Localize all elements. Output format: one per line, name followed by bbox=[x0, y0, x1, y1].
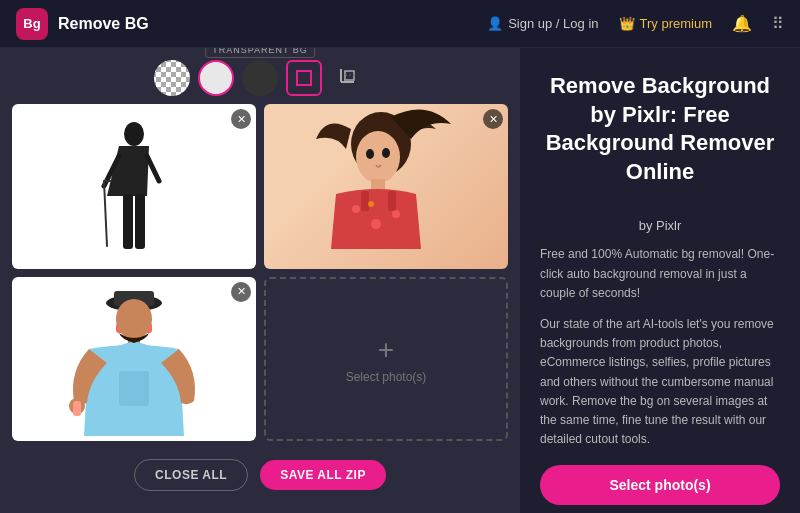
image-cell-2: ✕ bbox=[264, 104, 508, 269]
app-title: Remove BG bbox=[58, 15, 149, 33]
close-image-1-button[interactable]: ✕ bbox=[231, 109, 251, 129]
white-bg-button[interactable] bbox=[198, 60, 234, 96]
select-area[interactable]: + Select photo(s) bbox=[346, 334, 427, 384]
svg-rect-18 bbox=[361, 191, 369, 211]
square-icon bbox=[296, 70, 312, 86]
svg-point-20 bbox=[352, 205, 360, 213]
plus-icon: + bbox=[378, 334, 394, 366]
try-premium-button[interactable]: 👑 Try premium bbox=[619, 16, 712, 31]
crop-button[interactable] bbox=[330, 60, 366, 96]
person-silhouette-1 bbox=[99, 116, 169, 256]
svg-point-21 bbox=[371, 219, 381, 229]
header-left: Bg Remove BG bbox=[16, 8, 149, 40]
close-image-2-button[interactable]: ✕ bbox=[483, 109, 503, 129]
select-photo-cta-button[interactable]: Select photo(s) bbox=[540, 465, 780, 505]
black-bg-button[interactable] bbox=[242, 60, 278, 96]
close-image-3-button[interactable]: ✕ bbox=[231, 282, 251, 302]
square-crop-button[interactable] bbox=[286, 60, 322, 96]
save-all-zip-button[interactable]: SAVE ALL ZIP bbox=[260, 460, 386, 490]
grid-icon[interactable]: ⠿ bbox=[772, 14, 784, 33]
svg-point-23 bbox=[368, 201, 374, 207]
description-2: Our state of the art AI-tools let's you … bbox=[540, 315, 780, 449]
svg-rect-35 bbox=[73, 401, 81, 416]
image-grid: ✕ bbox=[12, 104, 508, 441]
toolbar-label: TRANSPARENT BG bbox=[205, 48, 315, 58]
panel-title: Remove Background by Pixlr: Free Backgro… bbox=[540, 72, 780, 186]
svg-rect-33 bbox=[119, 371, 149, 406]
svg-point-22 bbox=[392, 210, 400, 218]
by-pixlr-label: by Pixlr bbox=[540, 218, 780, 233]
svg-rect-13 bbox=[123, 194, 133, 249]
user-icon: 👤 bbox=[487, 16, 503, 31]
close-all-button[interactable]: CLOSE ALL bbox=[134, 459, 248, 491]
logo-icon: Bg bbox=[16, 8, 48, 40]
header-right: 👤 Sign up / Log in 👑 Try premium 🔔 ⠿ bbox=[487, 14, 784, 33]
image-preview-2 bbox=[264, 104, 508, 269]
bottom-bar: CLOSE ALL SAVE ALL ZIP bbox=[124, 449, 396, 501]
svg-rect-0 bbox=[297, 71, 311, 85]
person-silhouette-2 bbox=[306, 109, 466, 269]
sign-up-button[interactable]: 👤 Sign up / Log in bbox=[487, 16, 598, 31]
transparent-bg-button[interactable] bbox=[154, 60, 190, 96]
select-photo-label: Select photo(s) bbox=[346, 370, 427, 384]
crop-icon bbox=[338, 68, 358, 88]
svg-rect-19 bbox=[388, 191, 396, 211]
image-cell-3: ✕ bbox=[12, 277, 256, 442]
svg-point-6 bbox=[124, 122, 144, 146]
person-silhouette-3 bbox=[59, 281, 209, 441]
left-panel: TRANSPARENT BG bbox=[0, 48, 520, 513]
svg-point-25 bbox=[382, 148, 390, 158]
description-1: Free and 100% Automatic bg removal! One-… bbox=[540, 245, 780, 303]
image-cell-1: ✕ bbox=[12, 104, 256, 269]
toolbar: TRANSPARENT BG bbox=[154, 60, 366, 96]
image-cell-add[interactable]: + Select photo(s) bbox=[264, 277, 508, 442]
image-preview-1 bbox=[12, 104, 256, 269]
bell-icon[interactable]: 🔔 bbox=[732, 14, 752, 33]
header: Bg Remove BG 👤 Sign up / Log in 👑 Try pr… bbox=[0, 0, 800, 48]
svg-point-31 bbox=[116, 299, 152, 339]
crown-icon: 👑 bbox=[619, 16, 635, 31]
svg-line-12 bbox=[147, 156, 159, 181]
svg-line-10 bbox=[104, 181, 107, 246]
main: TRANSPARENT BG bbox=[0, 48, 800, 513]
image-preview-3 bbox=[12, 277, 256, 442]
svg-point-16 bbox=[356, 131, 400, 183]
right-panel: Remove Background by Pixlr: Free Backgro… bbox=[520, 48, 800, 513]
svg-rect-14 bbox=[135, 194, 145, 249]
svg-point-24 bbox=[366, 149, 374, 159]
